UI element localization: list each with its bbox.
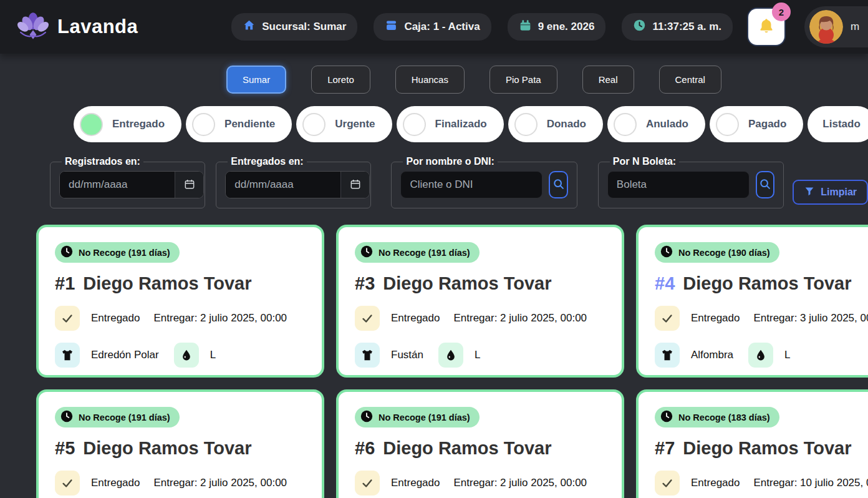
order-card[interactable]: No Recoge (191 días) #6 Diego Ramos Tova…	[336, 389, 624, 498]
customer-name: Diego Ramos Tovar	[383, 273, 551, 294]
item-size: L	[210, 349, 216, 361]
order-title: #4 Diego Ramos Tovar	[655, 273, 868, 294]
filter-registered: Registrados en:	[50, 156, 205, 208]
check-icon	[655, 471, 680, 496]
shirt-icon	[655, 343, 680, 368]
time-pill: 11:37:25 a. m.	[622, 13, 733, 41]
item-name: Fustán	[391, 349, 423, 361]
delivered-calendar-button[interactable]	[340, 172, 369, 198]
order-title: #7 Diego Ramos Tovar	[655, 438, 868, 459]
clock-badge-icon	[660, 245, 673, 261]
shirt-icon	[55, 343, 80, 368]
status-row: Entregado Entregar: 2 julio 2025, 00:00	[55, 306, 306, 331]
notification-count-badge: 2	[772, 2, 791, 21]
user-menu[interactable]: m	[804, 6, 868, 47]
customer-name: Diego Ramos Tovar	[683, 273, 851, 294]
status-filter-finalizado[interactable]: Finalizado	[397, 106, 504, 142]
filter-name-dni: Por nombre o DNI:	[391, 156, 577, 208]
order-title: #1 Diego Ramos Tovar	[55, 273, 306, 294]
droplet-icon	[174, 343, 199, 368]
radio-icon	[614, 113, 637, 136]
customer-name: Diego Ramos Tovar	[683, 438, 851, 459]
filters-row: Registrados en: Entregados en:	[50, 156, 868, 208]
order-card[interactable]: No Recoge (191 días) #1 Diego Ramos Tova…	[36, 225, 324, 378]
app-header: Lavanda Sucursal: Sumar Caja: 1 - Activa	[0, 0, 868, 54]
radio-icon	[302, 113, 326, 136]
clock-badge-icon	[660, 409, 673, 426]
funnel-icon	[804, 185, 815, 199]
deliver-date: Entregar: 2 julio 2025, 00:00	[453, 312, 587, 325]
tab-pio-pata[interactable]: Pio Pata	[489, 66, 557, 94]
order-title: #3 Diego Ramos Tovar	[355, 273, 605, 294]
no-recoge-badge: No Recoge (191 días)	[55, 407, 180, 427]
tab-sumar[interactable]: Sumar	[226, 66, 286, 94]
status-filter-donado[interactable]: Donado	[508, 106, 603, 142]
search-icon	[552, 177, 566, 193]
name-dni-search-button[interactable]	[549, 171, 567, 198]
clear-filters-button[interactable]: Limpiar	[793, 180, 868, 205]
bell-icon	[757, 17, 776, 37]
status-filter-urgente[interactable]: Urgente	[296, 106, 392, 142]
shirt-icon	[355, 343, 380, 368]
order-status: Entregado	[91, 312, 140, 325]
radio-icon	[403, 113, 426, 136]
status-row: Entregado Entregar: 2 julio 2025, 00:00	[355, 306, 605, 331]
status-row: Entregado Entregar: 2 julio 2025, 00:00	[355, 471, 605, 496]
registered-date-input[interactable]	[60, 172, 175, 198]
user-name: m	[851, 21, 859, 33]
cash-register-pill: Caja: 1 - Activa	[374, 13, 491, 41]
status-filter-anulado[interactable]: Anulado	[607, 106, 705, 142]
receipt-input[interactable]	[607, 171, 750, 198]
order-number: #1	[55, 273, 75, 294]
status-filter-entregado[interactable]: Entregado	[74, 106, 181, 142]
notifications-button[interactable]: 2	[748, 9, 784, 45]
order-card[interactable]: No Recoge (191 días) #5 Diego Ramos Tova…	[36, 389, 324, 498]
item-name: Alfombra	[691, 349, 733, 361]
check-icon	[355, 471, 380, 496]
status-filter-listado[interactable]: Listado	[808, 106, 868, 142]
date-pill-label: 9 ene. 2026	[538, 21, 595, 33]
clock-badge-icon	[360, 245, 374, 261]
droplet-icon	[748, 343, 773, 368]
clock-badge-icon	[60, 409, 74, 426]
status-filter-pagado[interactable]: Pagado	[710, 106, 803, 142]
receipt-group	[607, 171, 774, 198]
name-dni-input[interactable]	[400, 171, 542, 198]
order-number: #4	[655, 273, 675, 294]
calendar-picker-icon	[349, 178, 362, 192]
cash-register-pill-label: Caja: 1 - Activa	[404, 21, 480, 33]
deliver-date: Entregar: 3 julio 2025, 00:00	[753, 312, 868, 325]
registered-calendar-button[interactable]	[175, 172, 203, 198]
status-filter-pendiente[interactable]: Pendiente	[186, 106, 292, 142]
deliver-date: Entregar: 2 julio 2025, 00:00	[153, 312, 287, 325]
order-number: #5	[55, 438, 75, 459]
radio-selected-icon	[80, 113, 103, 136]
receipt-search-button[interactable]	[756, 171, 774, 198]
radio-icon	[514, 113, 538, 136]
no-recoge-badge: No Recoge (191 días)	[355, 407, 480, 427]
status-row: Entregado Entregar: 2 julio 2025, 00:00	[55, 471, 306, 496]
item-size: L	[475, 349, 480, 361]
droplet-icon	[438, 343, 463, 368]
clear-filters-label: Limpiar	[821, 187, 857, 198]
no-recoge-badge: No Recoge (191 días)	[55, 242, 180, 263]
deliver-date: Entregar: 10 julio 2025, 00:00	[753, 477, 868, 489]
clock-badge-icon	[60, 245, 74, 261]
check-icon	[655, 306, 680, 331]
tab-real[interactable]: Real	[582, 66, 634, 94]
item-row: Edredón Polar L	[55, 343, 306, 368]
deliver-date: Entregar: 2 julio 2025, 00:00	[453, 477, 587, 489]
tab-huancas[interactable]: Huancas	[395, 66, 465, 94]
tab-central[interactable]: Central	[659, 66, 721, 94]
time-pill-label: 11:37:25 a. m.	[652, 21, 721, 33]
delivered-date-input[interactable]	[226, 172, 340, 198]
check-icon	[55, 471, 80, 496]
order-card[interactable]: No Recoge (190 días) #4 Diego Ramos Tova…	[636, 225, 868, 378]
order-card[interactable]: No Recoge (183 días) #7 Diego Ramos Tova…	[636, 389, 868, 498]
tab-loreto[interactable]: Loreto	[311, 66, 370, 94]
filter-registered-legend: Registrados en:	[62, 156, 143, 167]
customer-name: Diego Ramos Tovar	[83, 438, 251, 459]
no-recoge-badge: No Recoge (191 días)	[355, 242, 480, 263]
order-card[interactable]: No Recoge (191 días) #3 Diego Ramos Tova…	[336, 225, 624, 378]
item-row: Alfombra L	[655, 343, 868, 368]
